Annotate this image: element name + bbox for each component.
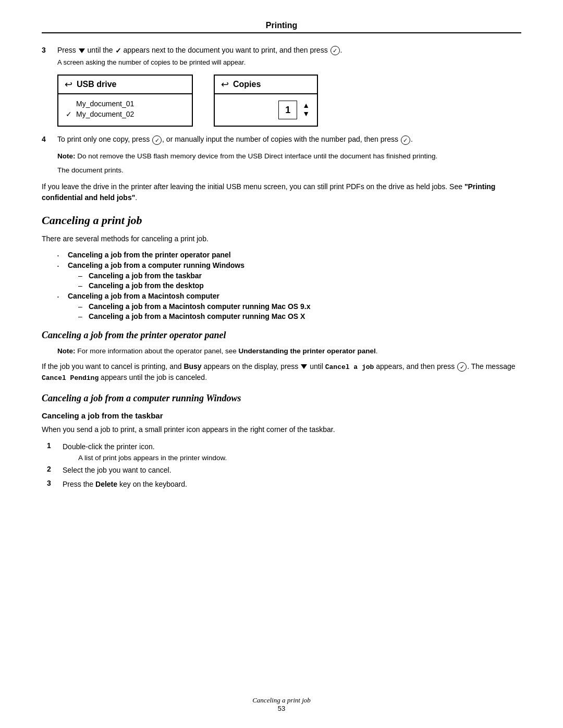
bullet-text-2: Canceling a job from a computer running …: [68, 261, 244, 269]
sub-bullet-desktop-text: Canceling a job from the desktop: [89, 281, 204, 290]
step-3-line: 3 Press until the ✓ appears next to the …: [42, 46, 521, 55]
down-arrow-icon: [79, 48, 85, 53]
step-3-sub: A screen asking the number of copies to …: [57, 58, 521, 66]
step-3-block: 3 Press until the ✓ appears next to the …: [42, 46, 521, 66]
subsection-windows-title: Canceling a job from a computer running …: [42, 393, 521, 404]
note-1: Note: Do not remove the USB flash memory…: [57, 152, 506, 160]
cancel-pending-text: Cancel Pending: [42, 374, 99, 382]
sub-bullet-mac: – Canceling a job from a Macintosh compu…: [78, 302, 521, 320]
usb-doc-item-1: My_document_01: [66, 100, 185, 108]
step-num-2: 2: [47, 465, 63, 473]
sub-bullet-windows: – Canceling a job from the taskbar – Can…: [78, 272, 521, 290]
operator-body: If the job you want to cancel is printin…: [42, 361, 521, 384]
note-label: Note:: [57, 152, 76, 160]
taskbar-step-3: 3 Press the Delete key on the keyboard.: [47, 479, 521, 490]
usb-screen-title: USB drive: [77, 80, 116, 89]
taskbar-step-2: 2 Select the job you want to cancel.: [47, 465, 521, 476]
step-4-number: 4: [42, 135, 57, 143]
sub-bullet-macx-text: Canceling a job from a Macintosh compute…: [89, 312, 305, 320]
taskbar-step-1: 1 Double-click the printer icon. A list …: [47, 441, 521, 462]
taskbar-steps: 1 Double-click the printer icon. A list …: [47, 441, 521, 490]
busy-word: Busy: [183, 362, 201, 371]
copies-header: ↩ Copies: [215, 76, 317, 94]
section-canceling-title: Canceling a print job: [42, 214, 521, 227]
sub-bullet-taskbar: – Canceling a job from the taskbar: [78, 272, 521, 280]
bullet-item-3: • Canceling a job from a Macintosh compu…: [57, 292, 521, 300]
sub-bullet-macx: – Canceling a job from a Macintosh compu…: [78, 312, 521, 320]
doc2-label: My_document_02: [76, 110, 134, 118]
step-3-number: 3: [42, 46, 57, 54]
copies-down-arrow: ▼: [302, 110, 310, 118]
dash-desktop: –: [78, 281, 89, 290]
step-1-text: Double-click the printer icon.: [63, 442, 155, 451]
doc-prints: The document prints.: [57, 166, 506, 174]
step-4-line: 4 To print only one copy, press ✓, or ma…: [42, 135, 521, 144]
ok-icon-operator: ✓: [457, 362, 467, 372]
bullet-list-main: • Canceling a job from the printer opera…: [57, 251, 521, 320]
cancel-a-job-text: Cancel a job: [325, 363, 374, 371]
step-num-1: 1: [47, 441, 63, 450]
copies-screen: ↩ Copies 1 ▲ ▼: [214, 75, 318, 127]
down-arrow-icon-2: [301, 364, 307, 369]
subsection-operator-title: Canceling a job from the printer operato…: [42, 330, 521, 341]
section-canceling-intro: There are several methods for canceling …: [42, 233, 521, 244]
step-4-block: 4 To print only one copy, press ✓, or ma…: [42, 135, 521, 144]
bullet-item-2: • Canceling a job from a computer runnin…: [57, 261, 521, 269]
ok-button-icon: ✓: [331, 46, 340, 55]
bullet-item-1: • Canceling a job from the printer opera…: [57, 251, 521, 259]
step-3-text: Press the Delete key on the keyboard.: [63, 480, 187, 488]
page-footer: Canceling a print job 53: [0, 696, 563, 712]
copies-screen-icon: ↩: [221, 79, 229, 90]
usb-screen-icon: ↩: [65, 79, 72, 90]
usb-screen-body: My_document_01 ✓ My_document_02: [58, 94, 192, 126]
bullet-dot-3: •: [57, 294, 68, 299]
page: Printing 3 Press until the ✓ appears nex…: [0, 0, 563, 728]
sub-bullet-mac9: – Canceling a job from a Macintosh compu…: [78, 302, 521, 311]
subsubsection-taskbar-title: Canceling a job from the taskbar: [42, 411, 521, 420]
usb-doc-item-2: ✓ My_document_02: [66, 110, 185, 118]
usb-screen-header: ↩ USB drive: [58, 76, 192, 94]
printing-held-jobs-link: "Printing confidential and held jobs": [42, 182, 495, 202]
step-1-sub: A list of print jobs appears in the prin…: [78, 454, 227, 462]
copies-arrows: ▲ ▼: [302, 102, 310, 118]
sub-bullet-mac9-text: Canceling a job from a Macintosh compute…: [89, 302, 311, 311]
operator-note-label: Note:: [57, 347, 76, 355]
page-title: Printing: [42, 21, 521, 30]
page-header: Printing: [42, 21, 521, 33]
screens-row: ↩ USB drive My_document_01 ✓ My_document…: [57, 75, 521, 127]
footer-italic: Canceling a print job: [0, 696, 563, 705]
taskbar-intro: When you send a job to print, a small pr…: [42, 424, 521, 435]
copies-title: Copies: [233, 80, 261, 89]
bullet-dot-1: •: [57, 253, 68, 258]
usb-drive-screen: ↩ USB drive My_document_01 ✓ My_document…: [57, 75, 193, 127]
sub-bullet-desktop: – Canceling a job from the desktop: [78, 281, 521, 290]
delete-key-word: Delete: [95, 480, 117, 488]
step-4-text: To print only one copy, press ✓, or manu…: [57, 135, 413, 144]
paragraph-info: If you leave the drive in the printer af…: [42, 181, 521, 203]
copies-body: 1 ▲ ▼: [215, 94, 317, 126]
copies-value: 1: [278, 101, 297, 119]
dash-taskbar: –: [78, 272, 89, 280]
sub-bullet-taskbar-text: Canceling a job from the taskbar: [89, 272, 202, 280]
header-rule: [42, 32, 521, 33]
bullet-text-1: Canceling a job from the printer operato…: [68, 251, 231, 259]
dash-mac9: –: [78, 302, 89, 311]
step-1-content: Double-click the printer icon. A list of…: [63, 441, 227, 462]
bullet-dot-2: •: [57, 264, 68, 268]
step-2-content: Select the job you want to cancel.: [63, 465, 172, 476]
doc2-check: ✓: [66, 110, 76, 118]
step4-ok2-icon: ✓: [401, 135, 410, 145]
step-num-3: 3: [47, 479, 63, 487]
doc1-label: My_document_01: [76, 100, 134, 108]
bullet-text-3: Canceling a job from a Macintosh compute…: [68, 292, 219, 300]
operator-note-link: Understanding the printer operator panel: [238, 347, 375, 355]
footer-page-number: 53: [0, 705, 563, 712]
step4-ok1-icon: ✓: [152, 135, 162, 145]
copies-up-arrow: ▲: [302, 102, 310, 109]
doc1-check: [66, 100, 76, 108]
dash-macx: –: [78, 312, 89, 320]
operator-note: Note: For more information about the ope…: [57, 347, 506, 355]
note-text: Do not remove the USB flash memory devic…: [77, 152, 437, 160]
checkmark-icon: ✓: [115, 46, 121, 55]
step-3-text: Press until the ✓ appears next to the do…: [57, 46, 342, 55]
